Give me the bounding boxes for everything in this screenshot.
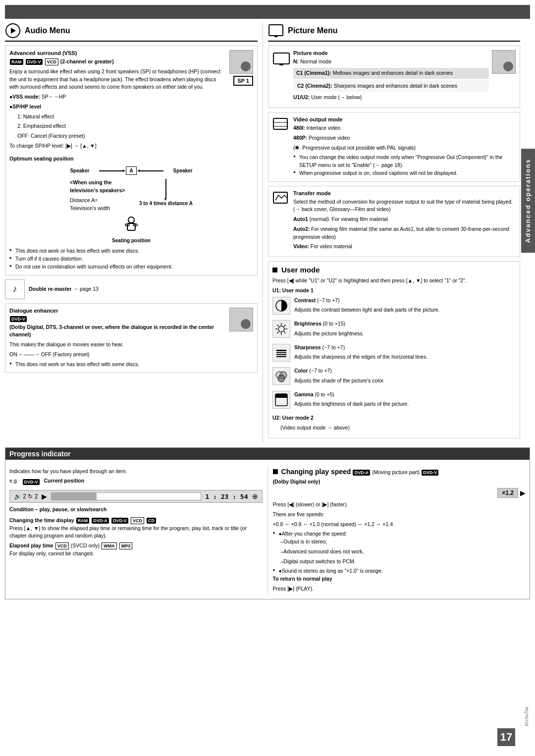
gamma-content: Gamma (0 to +5) Adjusts the brightness o… (294, 391, 516, 411)
svg-line-20 (277, 325, 279, 326)
badge-vcd: VCD (131, 517, 144, 524)
level1: 1: Natural effect (9, 113, 226, 121)
dialogue-bold: (Dolby Digital, DTS, 3-channel or over, … (9, 324, 225, 339)
rqt-code: RQT6726 (524, 707, 529, 726)
bullet-3: Do not use in combination with surround … (9, 263, 253, 271)
svg-point-15 (278, 326, 284, 332)
progress-header: Progress indicator (5, 448, 530, 460)
video-output-content: Video output mode 480I: Interlace video … (293, 116, 516, 177)
svg-point-2 (128, 217, 134, 223)
video-bullet-2: When progressive output is on, closed ca… (293, 169, 516, 177)
svg-line-23 (277, 332, 279, 333)
music-icon: ♪ (5, 279, 25, 299)
svg-rect-27 (276, 356, 286, 357)
play-symbol: ▶ (42, 492, 47, 500)
progress-eg-row: e.g. DVD-V Current position (9, 477, 263, 487)
vertical-arrow: ▼ (165, 179, 166, 199)
return-label: To return to normal play (273, 575, 526, 583)
return-desc: Press [▶] (PLAY). (273, 585, 526, 593)
speed-arrow: ▶ (520, 489, 526, 497)
svg-rect-32 (275, 394, 287, 398)
advanced-surround-title: Advanced surround (VSS) (9, 50, 226, 56)
play-speed-title: Changing play speed (281, 468, 351, 476)
changing-time-section: Changing the time display RAM DVD-A DVD-… (9, 517, 263, 525)
transfer-content: Transfer mode Select the method of conve… (293, 190, 516, 253)
audio-menu-header: Audio Menu (5, 23, 258, 42)
contrast-icon (272, 297, 290, 315)
dialogue-enhancer-block: Dialogue enhancer DVD-V (Dolby Digital, … (5, 303, 258, 373)
480i: 480I: Interlace video (293, 124, 516, 132)
user-mode-title: User mode (281, 266, 320, 274)
color-desc: Adjusts the shade of the picture's color… (294, 377, 516, 385)
right-column: Picture Menu Picture mode N: (263, 23, 520, 442)
progress-bar-inner (51, 492, 201, 500)
level2: 2: Emphasized effect (9, 122, 226, 130)
speaker-row: Speaker ► A ◄ Speaker (70, 166, 192, 175)
speaker-right-label: Speaker (173, 168, 193, 173)
speed-display-area: ×1.2 ▶ (273, 488, 526, 498)
picture-icon (268, 23, 284, 39)
picture-thumb (492, 50, 516, 74)
dialogue-content: Dialogue enhancer DVD-V (Dolby Digital, … (9, 308, 225, 369)
changing-time-label: Changing the time display (9, 517, 74, 523)
five-speeds: There are five speeds: (273, 511, 526, 519)
progress-left: Indicates how far you have played throug… (9, 468, 263, 595)
brightness-icon (272, 320, 290, 338)
time-desc: Press [▲, ▼] to show the elapsed play ti… (9, 525, 263, 540)
optimum-seating-title: Optimum seating position (9, 155, 253, 163)
condition-label: Condition – play, pause, or slow/search (9, 506, 263, 514)
left-arrow: ► (99, 170, 124, 171)
progress-bar-mock: 🔊 2 ↻ 2 ▶ 1 : 23 : 54 ⊕ (9, 490, 263, 503)
gamma-row: Gamma (0 to +5) Adjusts the brightness o… (272, 391, 516, 411)
left-column: Audio Menu Advanced surround (VSS) RAM D… (5, 23, 263, 442)
seating-position-label: Seating position (112, 238, 151, 243)
play-speed-header: Changing play speed DVD-A (Moving pictur… (273, 468, 526, 477)
current-position-label: Current position (44, 477, 85, 485)
transfer-desc: Select the method of conversion for prog… (293, 198, 516, 214)
vss-mode: ●VSS mode: SP←→HP (9, 93, 226, 101)
sp-hp-level: ●SP/HP level (9, 103, 226, 111)
brightness-desc: Adjusts the picture brightness. (294, 330, 516, 338)
auto2: Auto2: For viewing film material (the sa… (293, 225, 516, 241)
main-content: Audio Menu Advanced surround (VSS) RAM D… (5, 23, 530, 442)
dialogue-bullet: This does not work or has less effect wi… (9, 361, 225, 369)
svg-rect-26 (276, 354, 286, 355)
audio-icon (5, 23, 21, 39)
color-row: Color (−7 to +7) Adjusts the shade of th… (272, 367, 516, 387)
bullet-1: This does not work or has less effect wi… (9, 247, 253, 255)
dialogue-desc: This makes the dialogue in movies easier… (9, 341, 225, 349)
video-mat: Video: For video material (293, 243, 516, 251)
elapsed-badge-wma: WMA (102, 542, 117, 549)
sp-box-area: SP 1 (229, 50, 253, 86)
surround-bullets: This does not work or has less effect wi… (9, 247, 253, 270)
distance-area: ▼ 3 to 4 times distance A (139, 179, 193, 208)
after-item-3: –Digital output switches to PCM. (273, 558, 526, 566)
u1-label: U1: User mode 1 (272, 287, 516, 295)
user-mode-items: Contrast (−7 to +7) Adjusts the contrast… (272, 297, 516, 411)
progress-fill (52, 493, 96, 500)
speed-values: ×0.8 ↔ ×0.9 ↔ ×1.0 (normal speed) ↔ ×1.2… (273, 521, 526, 529)
svg-rect-3 (127, 223, 135, 230)
elapsed-badge-vcd: VCD (55, 542, 69, 549)
svg-line-21 (284, 332, 286, 333)
picture-mode-icon (272, 50, 290, 69)
dialogue-inner: Dialogue enhancer DVD-V (Dolby Digital, … (9, 308, 253, 369)
svg-line-22 (284, 325, 286, 326)
elapsed-label: Elapsed play time (9, 542, 54, 548)
advanced-surround-block: Advanced surround (VSS) RAM DVD-V VCD (2… (5, 46, 258, 275)
badge-cd: CD (147, 518, 156, 524)
double-remaster-section: ♪ Double re-master → page 13 (5, 279, 258, 299)
elapsed-note: For display only, cannot be changed. (9, 550, 263, 558)
dialogue-title: Dialogue enhancer (9, 308, 225, 314)
progress-content: Indicates how far you have played throug… (5, 464, 530, 599)
black-square-icon (272, 268, 277, 272)
u2-desc: (Video output mode → above) (272, 424, 516, 432)
sharpness-desc: Adjusts the sharpness of the edges of th… (294, 353, 516, 361)
arrow-area: ► A ◄ (99, 166, 163, 175)
svg-rect-8 (273, 53, 289, 64)
speed-display: ×1.2 (497, 488, 518, 498)
after-change: ●After you change the speed: (273, 530, 526, 538)
audio-menu-title: Audio Menu (25, 26, 70, 35)
contrast-content: Contrast (−7 to +7) Adjusts the contrast… (294, 297, 516, 317)
play-speed-section: Changing play speed DVD-A (Moving pictur… (268, 468, 526, 595)
